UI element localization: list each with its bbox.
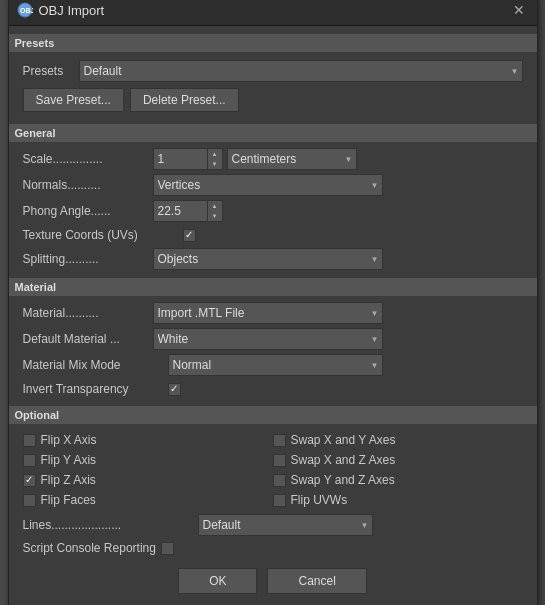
flip-z-item: Flip Z Axis	[23, 470, 273, 490]
invert-checkbox[interactable]	[168, 383, 181, 396]
scale-row: Scale............... ▲ ▼ Centimeters Mil…	[19, 146, 527, 172]
optional-section-header: Optional	[9, 406, 537, 424]
obj-icon: OBJ	[17, 2, 33, 18]
scale-spinbox-wrap: ▲ ▼	[153, 148, 223, 170]
splitting-label: Splitting..........	[23, 252, 153, 266]
splitting-row: Splitting.......... Objects Groups None	[19, 246, 527, 272]
close-button[interactable]: ✕	[509, 1, 529, 19]
dialog-buttons: OK Cancel	[19, 558, 527, 600]
general-section-header: General	[9, 124, 537, 142]
flip-faces-label: Flip Faces	[41, 493, 96, 507]
flip-uvws-checkbox[interactable]	[273, 494, 286, 507]
scale-down-button[interactable]: ▼	[208, 159, 222, 169]
material-select-wrap: Import .MTL File None	[153, 302, 383, 324]
default-material-control: White Black Gray	[153, 328, 523, 350]
save-preset-button[interactable]: Save Preset...	[23, 88, 124, 112]
texture-label: Texture Coords (UVs)	[23, 228, 183, 242]
flip-z-checkbox[interactable]	[23, 474, 36, 487]
svg-text:OBJ: OBJ	[20, 7, 33, 14]
phong-down-button[interactable]: ▼	[208, 211, 222, 221]
swap-xz-checkbox[interactable]	[273, 454, 286, 467]
material-row: Material.......... Import .MTL File None	[19, 300, 527, 326]
lines-select[interactable]: Default None	[198, 514, 373, 536]
texture-row: Texture Coords (UVs)	[19, 224, 527, 246]
swap-yz-label: Swap Y and Z Axes	[291, 473, 395, 487]
presets-buttons-row: Save Preset... Delete Preset...	[19, 86, 527, 118]
dialog-content: Presets Presets Default Save Preset... D…	[9, 26, 537, 605]
phong-label: Phong Angle......	[23, 204, 153, 218]
material-label: Material..........	[23, 306, 153, 320]
flip-uvws-label: Flip UVWs	[291, 493, 348, 507]
scale-up-button[interactable]: ▲	[208, 149, 222, 159]
swap-xz-item: Swap X and Z Axes	[273, 450, 523, 470]
script-label: Script Console Reporting	[23, 541, 156, 555]
mix-mode-select-wrap: Normal Add Subtract	[168, 354, 383, 376]
phong-up-button[interactable]: ▲	[208, 201, 222, 211]
dialog-title: OBJ Import	[39, 3, 503, 18]
flip-z-label: Flip Z Axis	[41, 473, 96, 487]
flip-x-label: Flip X Axis	[41, 433, 97, 447]
scale-unit-select[interactable]: Centimeters Millimeters Meters	[227, 148, 357, 170]
script-row: Script Console Reporting	[19, 538, 527, 558]
phong-spin-buttons: ▲ ▼	[208, 200, 223, 222]
mix-mode-control: Normal Add Subtract	[168, 354, 523, 376]
flip-faces-checkbox[interactable]	[23, 494, 36, 507]
preset-select[interactable]: Default	[79, 60, 523, 82]
mix-mode-select[interactable]: Normal Add Subtract	[168, 354, 383, 376]
flip-y-item: Flip Y Axis	[23, 450, 273, 470]
flip-x-checkbox[interactable]	[23, 434, 36, 447]
phong-spinbox-wrap: ▲ ▼	[153, 200, 223, 222]
lines-row: Lines..................... Default None	[19, 512, 527, 538]
swap-xz-label: Swap X and Z Axes	[291, 453, 396, 467]
invert-label: Invert Transparency	[23, 382, 168, 396]
script-checkbox[interactable]	[161, 542, 174, 555]
scale-unit-wrap: Centimeters Millimeters Meters	[227, 148, 357, 170]
flip-y-checkbox[interactable]	[23, 454, 36, 467]
flip-y-label: Flip Y Axis	[41, 453, 97, 467]
delete-preset-button[interactable]: Delete Preset...	[130, 88, 239, 112]
swap-yz-item: Swap Y and Z Axes	[273, 470, 523, 490]
material-control: Import .MTL File None	[153, 302, 523, 324]
normals-select[interactable]: Vertices Phong None	[153, 174, 383, 196]
mix-mode-row: Material Mix Mode Normal Add Subtract	[19, 352, 527, 378]
normals-row: Normals.......... Vertices Phong None	[19, 172, 527, 198]
phong-row: Phong Angle...... ▲ ▼	[19, 198, 527, 224]
scale-spin-buttons: ▲ ▼	[208, 148, 223, 170]
obj-import-dialog: OBJ OBJ Import ✕ Presets Presets Default…	[8, 0, 538, 605]
ok-button[interactable]: OK	[178, 568, 257, 594]
normals-label: Normals..........	[23, 178, 153, 192]
optional-checkboxes-grid: Flip X Axis Swap X and Y Axes Flip Y Axi…	[19, 428, 527, 512]
presets-label: Presets	[23, 64, 73, 78]
flip-uvws-item: Flip UVWs	[273, 490, 523, 510]
presets-section-header: Presets	[9, 34, 537, 52]
scale-control: ▲ ▼ Centimeters Millimeters Meters	[153, 148, 523, 170]
default-material-select-wrap: White Black Gray	[153, 328, 383, 350]
default-material-select[interactable]: White Black Gray	[153, 328, 383, 350]
mix-mode-label: Material Mix Mode	[23, 358, 168, 372]
swap-xy-item: Swap X and Y Axes	[273, 430, 523, 450]
preset-select-wrap: Default	[79, 60, 523, 82]
invert-row: Invert Transparency	[19, 378, 527, 400]
title-bar: OBJ OBJ Import ✕	[9, 0, 537, 26]
swap-xy-label: Swap X and Y Axes	[291, 433, 396, 447]
lines-select-wrap: Default None	[198, 514, 373, 536]
normals-select-wrap: Vertices Phong None	[153, 174, 383, 196]
normals-control: Vertices Phong None	[153, 174, 523, 196]
scale-input[interactable]	[153, 148, 208, 170]
splitting-control: Objects Groups None	[153, 248, 523, 270]
texture-control	[183, 229, 523, 242]
flip-x-item: Flip X Axis	[23, 430, 273, 450]
material-select[interactable]: Import .MTL File None	[153, 302, 383, 324]
swap-yz-checkbox[interactable]	[273, 474, 286, 487]
cancel-button[interactable]: Cancel	[267, 568, 366, 594]
splitting-select[interactable]: Objects Groups None	[153, 248, 383, 270]
texture-checkbox[interactable]	[183, 229, 196, 242]
material-section-header: Material	[9, 278, 537, 296]
lines-label: Lines.....................	[23, 518, 198, 532]
scale-label: Scale...............	[23, 152, 153, 166]
swap-xy-checkbox[interactable]	[273, 434, 286, 447]
invert-control	[168, 383, 523, 396]
splitting-select-wrap: Objects Groups None	[153, 248, 383, 270]
default-material-label: Default Material ...	[23, 332, 153, 346]
phong-input[interactable]	[153, 200, 208, 222]
